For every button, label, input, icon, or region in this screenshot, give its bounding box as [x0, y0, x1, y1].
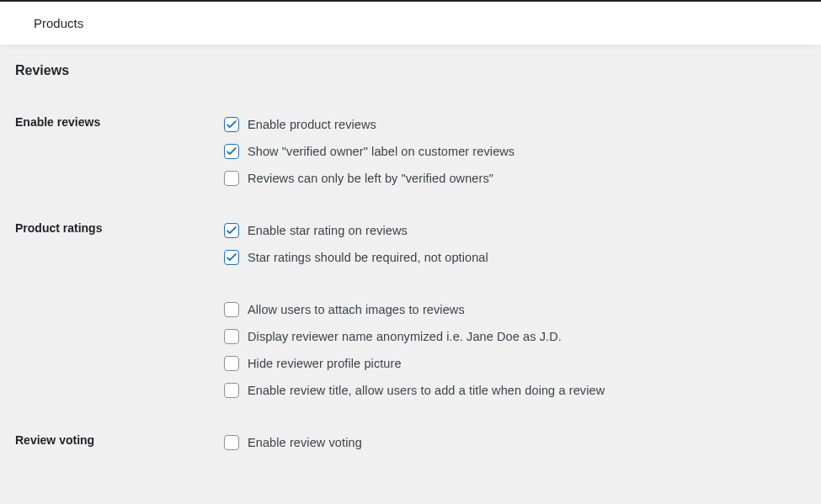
checkbox-label[interactable]: Show "verified owner" label on customer … [248, 145, 514, 158]
check-icon [226, 119, 237, 130]
checkbox-verified-owners-only[interactable] [224, 171, 239, 186]
checkbox-star-ratings-required[interactable] [224, 250, 239, 265]
row-label-review-voting: Review voting [15, 416, 224, 469]
checkbox-label[interactable]: Allow users to attach images to reviews [248, 303, 465, 316]
checkbox-anonymize-name[interactable] [224, 329, 239, 344]
checkbox-row: Star ratings should be required, not opt… [224, 244, 797, 271]
checkbox-label[interactable]: Star ratings should be required, not opt… [248, 251, 488, 264]
check-icon [226, 146, 237, 157]
check-icon [226, 252, 237, 263]
checkbox-row: Allow users to attach images to reviews [224, 296, 797, 323]
settings-content: Reviews Enable reviews Enable product re… [0, 45, 821, 485]
checkbox-enable-star-rating[interactable] [224, 223, 239, 238]
checkbox-attach-images[interactable] [224, 302, 239, 317]
checkbox-row: Hide reviewer profile picture [224, 350, 797, 377]
checkbox-label[interactable]: Enable review voting [248, 436, 362, 449]
checkbox-row: Display reviewer name anonymized i.e. Ja… [224, 323, 797, 350]
row-enable-reviews: Enable reviews Enable product reviews Sh… [15, 98, 806, 204]
checkbox-label[interactable]: Display reviewer name anonymized i.e. Ja… [248, 330, 562, 343]
row-label-product-ratings: Product ratings [15, 204, 224, 416]
checkbox-enable-review-voting[interactable] [224, 435, 239, 450]
row-product-ratings: Product ratings Enable star rating on re… [15, 204, 806, 416]
section-heading-reviews: Reviews [15, 63, 806, 78]
page-header: Products [0, 0, 821, 45]
checkbox-verified-owner-label[interactable] [224, 144, 239, 159]
header-tab-products[interactable]: Products [34, 16, 821, 30]
checkbox-enable-product-reviews[interactable] [224, 117, 239, 132]
settings-table: Enable reviews Enable product reviews Sh… [15, 98, 806, 469]
checkbox-label[interactable]: Enable star rating on reviews [248, 224, 408, 237]
row-label-enable-reviews: Enable reviews [15, 98, 224, 204]
checkbox-row: Enable review voting [224, 429, 797, 456]
checkbox-label[interactable]: Reviews can only be left by "verified ow… [248, 172, 493, 185]
checkbox-hide-profile-picture[interactable] [224, 356, 239, 371]
checkbox-label[interactable]: Hide reviewer profile picture [248, 357, 402, 370]
check-icon [226, 225, 237, 236]
row-review-voting: Review voting Enable review voting [15, 416, 806, 469]
checkbox-label[interactable]: Enable review title, allow users to add … [248, 384, 605, 397]
checkbox-row: Show "verified owner" label on customer … [224, 138, 797, 165]
checkbox-label[interactable]: Enable product reviews [248, 118, 376, 131]
checkbox-row: Enable star rating on reviews [224, 217, 797, 244]
checkbox-row: Enable product reviews [224, 111, 797, 138]
checkbox-row: Enable review title, allow users to add … [224, 377, 797, 404]
checkbox-row: Reviews can only be left by "verified ow… [224, 165, 797, 192]
checkbox-enable-review-title[interactable] [224, 383, 239, 398]
